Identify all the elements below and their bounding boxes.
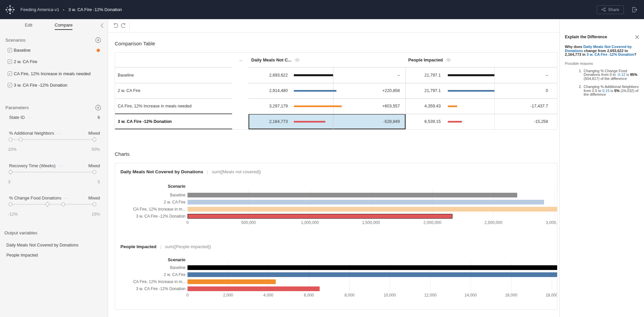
category-label: 2 w. CA Fire bbox=[115, 272, 185, 277]
table-mini-bar bbox=[448, 74, 494, 76]
explain-link[interactable]: -0.12 bbox=[617, 73, 625, 77]
redo-icon[interactable] bbox=[120, 23, 126, 29]
slider-track[interactable] bbox=[9, 204, 95, 205]
ellipsis-icon[interactable]: ··· bbox=[28, 116, 32, 120]
pi-diff-value: -17,437.7 bbox=[497, 98, 548, 114]
parameter-label: % Change Food Donations··· bbox=[9, 195, 69, 200]
gridline bbox=[228, 263, 228, 291]
possible-reason-item: Changing % Additional Neighbors from 0.5… bbox=[583, 85, 639, 97]
tableau-logo bbox=[5, 5, 15, 15]
toolbar-divider bbox=[129, 21, 130, 30]
eye-icon[interactable] bbox=[294, 58, 300, 62]
slider-track[interactable] bbox=[9, 172, 95, 173]
slider-handle[interactable] bbox=[93, 138, 96, 141]
axis-tick-label: 3,000,000 bbox=[539, 220, 557, 225]
slider-handle[interactable] bbox=[93, 170, 96, 174]
table-row-name[interactable]: CA Fire, 12% Increase in meals needed bbox=[118, 98, 232, 114]
panel-header: Explain the Difference bbox=[565, 35, 639, 39]
axis-tick-label: 2,000,000 bbox=[416, 220, 448, 225]
ellipsis-icon[interactable]: ··· bbox=[57, 131, 61, 135]
dm-value: 2,914,480 bbox=[249, 83, 288, 98]
main-content: Comparison Table → Daily Meals Not C... … bbox=[108, 33, 559, 317]
axis-tick-label: 1,500,000 bbox=[355, 220, 387, 225]
scenario-label: 2 w. CA Fire bbox=[14, 59, 37, 64]
axis-tick-label: 0 bbox=[171, 293, 204, 298]
slider-handle[interactable] bbox=[19, 138, 22, 141]
chart-formula: sum([Meals not covered]) bbox=[212, 169, 261, 174]
scenario-checkbox[interactable]: ✓ bbox=[8, 59, 12, 64]
slider-handle[interactable] bbox=[93, 202, 96, 206]
axis-tick-label: 12,000 bbox=[414, 293, 446, 298]
column-header-people-impacted[interactable]: People Impacted bbox=[408, 53, 451, 67]
share-button[interactable]: Share bbox=[597, 5, 624, 14]
breadcrumb-workbook[interactable]: Feeding America-v1 bbox=[20, 7, 59, 12]
table-row-name[interactable]: 2 w. CA Fire bbox=[118, 83, 232, 98]
sign-out-icon[interactable] bbox=[631, 6, 638, 13]
slider-handle[interactable] bbox=[9, 138, 12, 141]
axis-title-scenario: Scenario bbox=[115, 258, 185, 263]
comparison-table: → Daily Meals Not C... People Impacted B… bbox=[115, 52, 557, 130]
pi-diff-value: – bbox=[497, 67, 548, 83]
comparison-table-title: Comparison Table bbox=[115, 41, 155, 46]
close-icon[interactable] bbox=[635, 35, 639, 39]
table-row-name[interactable]: 3 w. CA Fire -12% Donation bbox=[118, 114, 232, 129]
parameter-name-row: Recovery Time (Weeks)···Mixed bbox=[0, 163, 108, 169]
eye-icon[interactable] bbox=[446, 58, 451, 62]
dm-value: 2,693,622 bbox=[249, 67, 288, 83]
breadcrumb-separator-icon: ▸ bbox=[63, 8, 65, 11]
tab-edit[interactable]: Edit bbox=[25, 22, 32, 28]
axis-tick-label: 18,000 bbox=[536, 293, 557, 298]
chart-block: Daily Meals Not Covered by Donations|sum… bbox=[115, 163, 557, 310]
output-variable-item[interactable]: Daily Meals Not Covered by Donations bbox=[6, 243, 78, 248]
possible-reason-item: Changing % Change Food Donations from 0 … bbox=[583, 69, 639, 81]
category-label: Baseline bbox=[115, 193, 185, 198]
gridline bbox=[430, 263, 431, 291]
explain-link[interactable]: 3 w. CA Fire -12% Donation bbox=[587, 52, 634, 56]
output-variables-heading: Output variables bbox=[4, 230, 37, 236]
slider-handle[interactable] bbox=[46, 202, 49, 206]
scenario-item[interactable]: ✓CA Fire, 12% Increase in meals needed bbox=[0, 71, 108, 77]
pi-value: 21,797.1 bbox=[406, 83, 441, 98]
explain-text: is bbox=[609, 89, 614, 93]
pi-value: 21,797.1 bbox=[406, 67, 441, 83]
ellipsis-icon[interactable]: ··· bbox=[64, 196, 69, 200]
slider-handle[interactable] bbox=[9, 170, 12, 174]
slider-handle[interactable] bbox=[61, 202, 65, 206]
axis-tick-label: 1,000,000 bbox=[294, 220, 326, 225]
add-scenario-icon[interactable] bbox=[95, 37, 101, 43]
dm-value: 3,297,179 bbox=[249, 98, 288, 114]
scenario-checkbox[interactable]: ✓ bbox=[8, 72, 12, 76]
scenario-item[interactable]: ✓2 w. CA Fire bbox=[0, 59, 108, 65]
axis-tick-label: 10,000 bbox=[374, 293, 406, 298]
axis-tick-label: 2,000 bbox=[212, 293, 244, 298]
ellipsis-icon[interactable]: ··· bbox=[58, 164, 63, 168]
gridline bbox=[471, 263, 471, 291]
scenario-checkbox[interactable]: ✓ bbox=[8, 48, 12, 52]
explain-bold-value: 95% bbox=[630, 73, 637, 77]
gridline bbox=[268, 263, 269, 291]
scenario-item[interactable]: ✓Baseline bbox=[0, 47, 108, 53]
gridline bbox=[493, 190, 494, 219]
slider-handle[interactable] bbox=[9, 202, 12, 206]
axis-tick-label: 500,000 bbox=[232, 220, 265, 225]
parameter-block: % Additional Neighbors···Mixed10%50% bbox=[0, 131, 108, 157]
add-parameter-icon[interactable] bbox=[95, 105, 101, 110]
table-mini-bar bbox=[294, 74, 333, 76]
category-label: CA Fire, 12% Increase in m... bbox=[115, 207, 185, 212]
explain-link[interactable]: 0.15 bbox=[602, 89, 609, 93]
scenario-item[interactable]: ✓3 w. CA Fire -12% Donation bbox=[0, 82, 108, 88]
pi-value: 6,539.15 bbox=[406, 114, 441, 129]
breadcrumb-page: 3 w. CA Fire -12% Donation bbox=[68, 7, 122, 12]
axis-tick-label: 6,000 bbox=[293, 293, 325, 298]
top-navbar: Feeding America-v1 ▸ 3 w. CA Fire -12% D… bbox=[0, 0, 644, 19]
explain-text: (504,817) of the difference bbox=[584, 77, 627, 81]
main-toolbar bbox=[108, 19, 559, 33]
undo-icon[interactable] bbox=[113, 23, 119, 29]
output-variable-item[interactable]: People Impacted bbox=[6, 253, 38, 258]
scenario-checkbox[interactable]: ✓ bbox=[8, 83, 12, 87]
table-row-name[interactable]: Baseline bbox=[118, 67, 232, 83]
chevron-left-icon[interactable] bbox=[100, 23, 104, 28]
parameter-block: Recovery Time (Weeks)···Mixed35 bbox=[0, 163, 108, 190]
column-header-daily-meals[interactable]: Daily Meals Not C... bbox=[251, 53, 300, 67]
tab-compare[interactable]: Compare bbox=[55, 22, 72, 30]
